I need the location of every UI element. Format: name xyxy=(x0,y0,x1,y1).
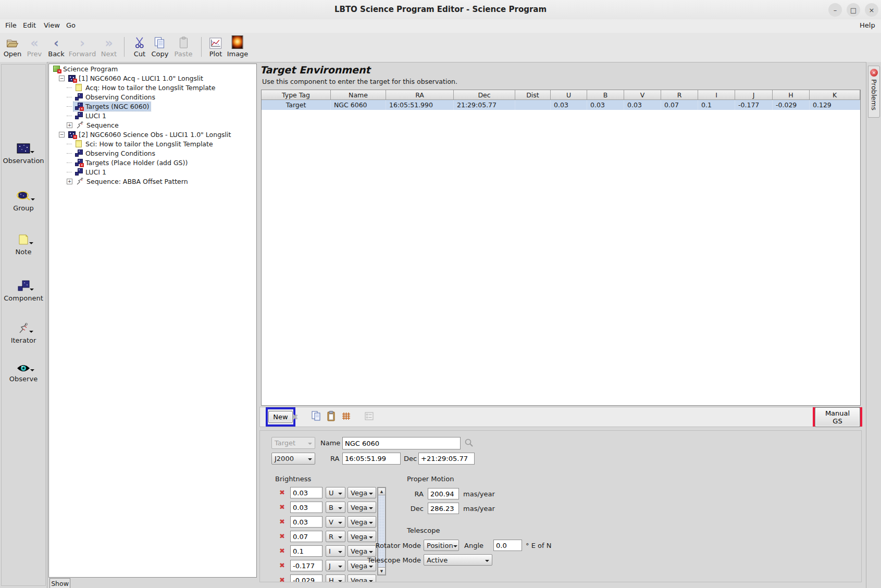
menu-view[interactable]: View xyxy=(44,21,60,29)
tree-expander[interactable]: + xyxy=(67,179,72,184)
column-header[interactable]: R xyxy=(661,90,698,100)
brightness-value-input[interactable] xyxy=(290,531,322,542)
cut-button[interactable]: Cut xyxy=(134,35,145,58)
column-header[interactable]: H xyxy=(773,90,810,100)
system-select[interactable]: Vega xyxy=(348,531,376,542)
dec-input[interactable] xyxy=(418,453,475,465)
tree-item[interactable]: Sci: How to tailor the Longslit Template xyxy=(73,140,215,148)
menu-go[interactable]: Go xyxy=(66,21,76,29)
brightness-value-input[interactable] xyxy=(290,516,322,528)
tree-expander[interactable]: − xyxy=(59,132,65,137)
paste-target-icon[interactable] xyxy=(327,411,336,423)
delete-row-icon[interactable]: ✖ xyxy=(279,518,285,526)
image-button[interactable]: Image xyxy=(227,35,249,58)
back-button[interactable]: ‹ Back xyxy=(48,35,65,58)
tree-item[interactable]: Acq: How to tailor the Longslit Template xyxy=(73,83,217,92)
palette-note-button[interactable]: Note xyxy=(0,234,47,256)
scroll-up-icon[interactable]: ▲ xyxy=(378,487,386,495)
ra-input[interactable] xyxy=(342,453,401,465)
delete-row-icon[interactable]: ✖ xyxy=(279,532,285,540)
tree-item[interactable]: Science Program xyxy=(51,65,119,73)
brightness-value-input[interactable] xyxy=(290,502,322,513)
system-select[interactable]: Vega xyxy=(348,502,376,513)
copy-target-icon[interactable] xyxy=(312,411,321,423)
system-select[interactable]: Vega xyxy=(348,487,376,498)
brightness-value-input[interactable] xyxy=(290,487,322,498)
plot-button[interactable]: Plot xyxy=(209,35,222,58)
tree-item[interactable]: LUCI 1 xyxy=(73,111,108,120)
tree-item[interactable]: Observing Conditions xyxy=(73,149,157,158)
column-header[interactable]: J xyxy=(735,90,773,100)
palette-observation-button[interactable]: Observation xyxy=(0,143,47,165)
palette-iterator-button[interactable]: Iterator xyxy=(0,322,47,344)
band-select[interactable]: H xyxy=(326,574,345,582)
tree-item[interactable]: [1] NGC6060 Acq - LUCI1 1.0" Longslit xyxy=(67,74,205,83)
band-select[interactable]: U xyxy=(326,487,345,498)
palette-group-button[interactable]: Group xyxy=(0,190,47,212)
band-select[interactable]: V xyxy=(326,516,345,528)
coord-system-select[interactable]: J2000 xyxy=(271,453,315,465)
form-list-icon[interactable] xyxy=(365,412,374,422)
menu-help[interactable]: Help xyxy=(860,21,875,29)
pm-dec-input[interactable] xyxy=(428,503,459,514)
band-select[interactable]: I xyxy=(326,545,345,557)
column-header[interactable]: Name xyxy=(331,90,386,100)
maximize-button[interactable]: □ xyxy=(847,3,860,17)
forward-button[interactable]: › Forward xyxy=(69,35,96,58)
new-button[interactable]: New xyxy=(268,411,292,423)
delete-row-icon[interactable]: ✖ xyxy=(279,503,285,511)
column-header[interactable]: K xyxy=(810,90,860,100)
band-select[interactable]: B xyxy=(326,502,345,513)
prev-button[interactable]: « Prev xyxy=(27,35,42,58)
search-icon[interactable] xyxy=(464,438,474,449)
name-input[interactable] xyxy=(342,437,461,449)
copy-button[interactable]: Copy xyxy=(152,35,169,58)
delete-row-icon[interactable]: ✖ xyxy=(279,576,285,582)
delete-row-icon[interactable]: ✖ xyxy=(279,561,285,569)
target-type-select[interactable]: Target xyxy=(271,437,315,449)
tree-item[interactable]: LUCI 1 xyxy=(73,168,108,177)
brightness-value-input[interactable] xyxy=(290,574,322,582)
tree-item[interactable]: Targets (Place Holder (add GS)) xyxy=(73,158,189,167)
paste-button[interactable]: Paste xyxy=(174,35,192,58)
tree-item[interactable]: [2] NGC6060 Science Obs - LUCI1 1.0" Lon… xyxy=(67,130,232,139)
tree-item[interactable]: Sequence xyxy=(75,121,120,130)
menu-file[interactable]: File xyxy=(5,21,17,29)
manual-gs-button[interactable]: Manual GS xyxy=(815,407,860,427)
brightness-value-input[interactable] xyxy=(290,560,322,571)
column-header[interactable]: Type Tag xyxy=(262,90,331,100)
open-button[interactable]: Open xyxy=(4,35,22,58)
tree-item[interactable]: Targets (NGC 6060) xyxy=(73,102,151,111)
telescope-mode-select[interactable]: Active xyxy=(424,554,492,566)
palette-observe-button[interactable]: Observe xyxy=(0,364,47,383)
tree-item[interactable]: Observing Conditions xyxy=(73,93,157,102)
delete-target-icon[interactable]: ✖ xyxy=(292,412,299,422)
table-row[interactable]: TargetNGC 606016:05:51.99021:29:05.770.0… xyxy=(262,100,860,110)
problems-tab[interactable]: ✕ Problems xyxy=(868,66,880,118)
tree-expander[interactable]: + xyxy=(67,122,72,128)
scroll-down-icon[interactable]: ▼ xyxy=(378,567,386,575)
band-select[interactable]: J xyxy=(326,560,345,571)
close-button[interactable]: × xyxy=(865,3,878,17)
delete-row-icon[interactable]: ✖ xyxy=(279,547,285,555)
column-header[interactable]: I xyxy=(698,90,735,100)
brightness-value-input[interactable] xyxy=(290,545,322,557)
tree-expander[interactable]: − xyxy=(59,76,65,81)
band-select[interactable]: R xyxy=(326,531,345,542)
delete-row-icon[interactable]: ✖ xyxy=(279,489,285,496)
system-select[interactable]: Vega xyxy=(348,516,376,528)
column-header[interactable]: Dist xyxy=(515,90,551,100)
angle-input[interactable] xyxy=(493,540,522,551)
column-header[interactable]: B xyxy=(587,90,624,100)
system-select[interactable]: Vega xyxy=(348,574,376,582)
next-button[interactable]: » Next xyxy=(101,35,117,58)
palette-component-button[interactable]: Component xyxy=(0,280,47,302)
minimize-button[interactable]: – xyxy=(828,3,842,17)
column-header[interactable]: Dec xyxy=(454,90,515,100)
column-header[interactable]: U xyxy=(551,90,587,100)
tree-item[interactable]: Sequence: ABBA Offset Pattern xyxy=(75,177,190,186)
catalog-grid-icon[interactable] xyxy=(342,412,351,422)
column-header[interactable]: V xyxy=(624,90,661,100)
menu-edit[interactable]: Edit xyxy=(23,21,36,29)
pm-ra-input[interactable] xyxy=(428,488,459,499)
